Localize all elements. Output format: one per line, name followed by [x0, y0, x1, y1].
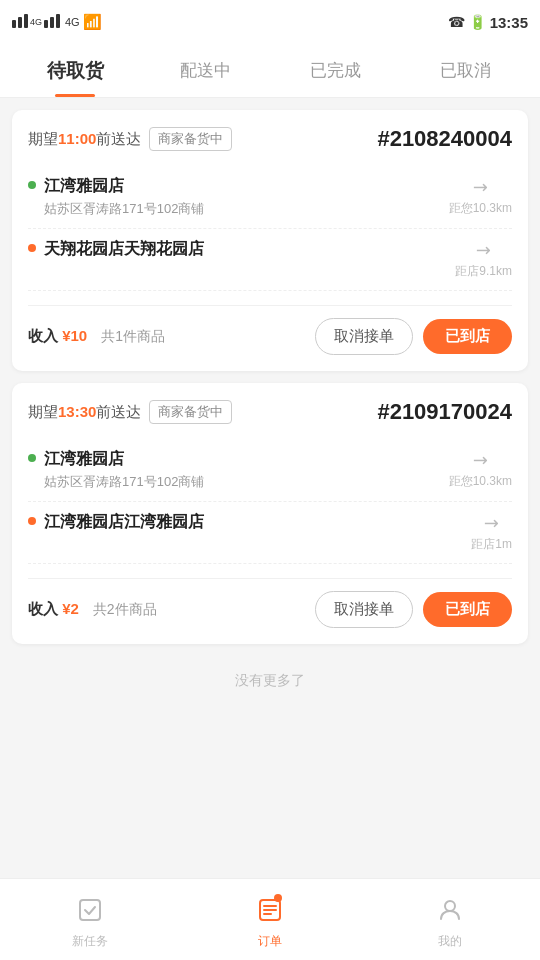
store-info-1-1: 江湾雅园店 姑苏区胥涛路171号102商铺 — [44, 176, 439, 218]
tab-bar: 待取货 配送中 已完成 已取消 — [0, 44, 540, 98]
status-badge-2: 商家备货中 — [149, 400, 232, 424]
status-bar-left: 4G 4G 📶 — [12, 12, 102, 33]
nav-dist-2-1: 距您10.3km — [449, 473, 512, 490]
store-info-2-2: 江湾雅园店江湾雅园店 — [44, 512, 461, 536]
store-row-2-1: 江湾雅园店 姑苏区胥涛路171号102商铺 ↗ 距您10.3km — [28, 439, 512, 502]
expect-time-1: 期望11:00前送达 — [28, 130, 141, 149]
status-bar-right: ☎ 🔋 13:35 — [448, 14, 528, 31]
store-name-2-1: 江湾雅园店 — [44, 449, 439, 470]
income-1: 收入 ¥10 — [28, 327, 87, 346]
order-footer-2: 收入 ¥2 共2件商品 取消接单 已到店 — [28, 578, 512, 628]
status-badge-1: 商家备货中 — [149, 127, 232, 151]
call-icon: ☎ — [448, 14, 465, 30]
store-row-2-2: 江湾雅园店江湾雅园店 ↗ 距店1m — [28, 502, 512, 564]
nav-dist-1-1: 距您10.3km — [449, 200, 512, 217]
store-dot-orange-1 — [28, 244, 36, 252]
order-header-2: 期望13:30前送达 商家备货中 #2109170024 — [28, 399, 512, 425]
tab-delivering[interactable]: 配送中 — [140, 44, 270, 97]
svg-rect-0 — [12, 20, 16, 28]
nav-dist-2-2: 距店1m — [471, 536, 512, 553]
store-info-2-1: 江湾雅园店 姑苏区胥涛路171号102商铺 — [44, 449, 439, 491]
network-type: 4G — [65, 16, 80, 28]
nav-arrow-icon-2-1: ↗ — [467, 447, 493, 473]
svg-rect-1 — [18, 17, 22, 28]
time-display: 13:35 — [490, 14, 528, 31]
bottom-nav: 新任务 订单 我的 — [0, 878, 540, 960]
store-row-1-2: 天翔花园店天翔花园店 ↗ 距店9.1km — [28, 229, 512, 291]
store-dot-green-2 — [28, 454, 36, 462]
nav-dist-1-2: 距店9.1km — [455, 263, 512, 280]
wifi-icon: 📶 — [83, 13, 102, 31]
cancel-button-2[interactable]: 取消接单 — [315, 591, 413, 628]
order-icon — [257, 897, 283, 929]
new-task-label: 新任务 — [72, 933, 108, 950]
nav-item-order[interactable]: 订单 — [180, 889, 360, 950]
svg-text:4G: 4G — [30, 17, 42, 27]
order-card-1: 期望11:00前送达 商家备货中 #2108240004 江湾雅园店 姑苏区胥涛… — [12, 110, 528, 371]
nav-item-mine[interactable]: 我的 — [360, 889, 540, 950]
svg-rect-5 — [50, 17, 54, 28]
nav-arrow-icon-2-2: ↗ — [479, 510, 505, 536]
store-row-1-1: 江湾雅园店 姑苏区胥涛路171号102商铺 ↗ 距您10.3km — [28, 166, 512, 229]
tab-completed[interactable]: 已完成 — [270, 44, 400, 97]
order-footer-1: 收入 ¥10 共1件商品 取消接单 已到店 — [28, 305, 512, 355]
order-card-2: 期望13:30前送达 商家备货中 #2109170024 江湾雅园店 姑苏区胥涛… — [12, 383, 528, 644]
arrived-button-2[interactable]: 已到店 — [423, 592, 512, 627]
svg-rect-6 — [56, 14, 60, 28]
store-addr-2-1: 姑苏区胥涛路171号102商铺 — [44, 473, 439, 491]
goods-count-2: 共2件商品 — [93, 601, 315, 619]
store-name-1-1: 江湾雅园店 — [44, 176, 439, 197]
mine-icon — [437, 897, 463, 929]
mine-label: 我的 — [438, 933, 462, 950]
order-number-1: #2108240004 — [377, 126, 512, 152]
new-task-icon — [77, 897, 103, 929]
battery-icon: 🔋 — [469, 14, 486, 30]
order-number-2: #2109170024 — [377, 399, 512, 425]
income-2: 收入 ¥2 — [28, 600, 79, 619]
svg-rect-7 — [80, 900, 100, 920]
store-dot-orange-2 — [28, 517, 36, 525]
cancel-button-1[interactable]: 取消接单 — [315, 318, 413, 355]
nav-icon-2-1[interactable]: ↗ 距您10.3km — [449, 449, 512, 490]
svg-rect-4 — [44, 20, 48, 28]
status-bar: 4G 4G 📶 ☎ 🔋 13:35 — [0, 0, 540, 44]
nav-arrow-icon-1-1: ↗ — [467, 174, 493, 200]
nav-icon-1-1[interactable]: ↗ 距您10.3km — [449, 176, 512, 217]
nav-item-new-task[interactable]: 新任务 — [0, 889, 180, 950]
expect-time-2: 期望13:30前送达 — [28, 403, 141, 422]
store-dot-green-1 — [28, 181, 36, 189]
order-label: 订单 — [258, 933, 282, 950]
carrier-info: 4G — [12, 12, 62, 33]
nav-arrow-icon-1-2: ↗ — [471, 237, 497, 263]
nav-icon-2-2[interactable]: ↗ 距店1m — [471, 512, 512, 553]
tab-cancelled[interactable]: 已取消 — [400, 44, 530, 97]
store-addr-1-1: 姑苏区胥涛路171号102商铺 — [44, 200, 439, 218]
svg-point-12 — [445, 901, 455, 911]
order-header-1: 期望11:00前送达 商家备货中 #2108240004 — [28, 126, 512, 152]
store-name-1-2: 天翔花园店天翔花园店 — [44, 239, 445, 260]
nav-icon-1-2[interactable]: ↗ 距店9.1km — [455, 239, 512, 280]
no-more-text: 没有更多了 — [12, 656, 528, 710]
content-area: 期望11:00前送达 商家备货中 #2108240004 江湾雅园店 姑苏区胥涛… — [0, 98, 540, 800]
goods-count-1: 共1件商品 — [101, 328, 315, 346]
arrived-button-1[interactable]: 已到店 — [423, 319, 512, 354]
svg-rect-2 — [24, 14, 28, 28]
order-dot — [274, 894, 282, 902]
tab-pending[interactable]: 待取货 — [10, 44, 140, 97]
store-info-1-2: 天翔花园店天翔花园店 — [44, 239, 445, 263]
store-name-2-2: 江湾雅园店江湾雅园店 — [44, 512, 461, 533]
